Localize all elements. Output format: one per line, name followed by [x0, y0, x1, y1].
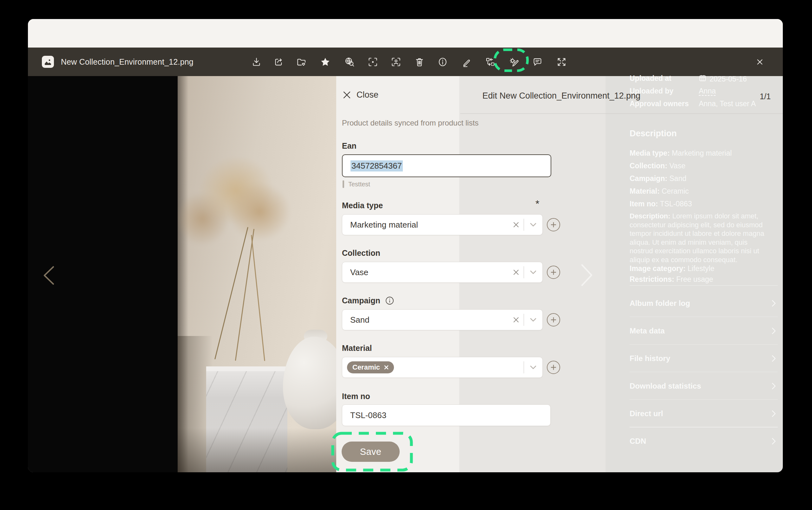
face-detection-icon[interactable]: [387, 53, 405, 71]
close-label: Close: [356, 90, 378, 100]
save-button[interactable]: Save: [342, 442, 400, 462]
image-file-icon: [42, 56, 54, 68]
item-no-label: Item no: [342, 392, 370, 401]
clear-icon[interactable]: [509, 317, 524, 323]
item-no-input[interactable]: TSL-0863: [342, 404, 551, 426]
campaign-label: Campaign: [342, 296, 394, 305]
chevron-down-icon[interactable]: [524, 220, 542, 229]
meta-row-uploaded-at: Uploaded at 2025-05-16: [630, 74, 779, 84]
visual-search-icon[interactable]: [340, 53, 358, 71]
accordion-meta-data[interactable]: Meta data: [630, 326, 778, 336]
detail-row: Media type Marketing material: [630, 149, 732, 157]
clear-icon[interactable]: [509, 269, 524, 275]
detail-row: Image category Lifestyle: [630, 264, 714, 273]
chevron-right-icon: [770, 327, 778, 335]
calendar-icon: [699, 74, 706, 84]
window-top-strip: [28, 19, 783, 48]
edit-product-details-icon[interactable]: [505, 53, 523, 71]
sidebar-divider: [630, 317, 778, 317]
clear-icon[interactable]: [509, 221, 524, 228]
screen: New Collection_Environment_12.png: [0, 0, 812, 510]
asset-filename: New Collection_Environment_12.png: [61, 48, 194, 76]
replace-version-icon[interactable]: [481, 53, 499, 71]
media-type-label: Media type: [342, 201, 383, 210]
chevron-right-icon: [770, 382, 778, 390]
share-icon[interactable]: [270, 53, 287, 71]
accordion-cdn[interactable]: CDN: [630, 436, 778, 447]
detail-row: Material Ceramic: [630, 187, 689, 196]
remove-tag-icon: [384, 365, 388, 369]
detail-row: Restrictions Free usage: [630, 275, 713, 284]
sidebar-divider: [630, 344, 778, 344]
chevron-right-icon: [770, 437, 778, 445]
sidebar-divider: [630, 372, 778, 372]
chevron-down-icon[interactable]: [524, 268, 542, 276]
accordion-direct-url[interactable]: Direct url: [630, 408, 778, 419]
image-viewer: [28, 76, 336, 472]
campaign-select[interactable]: Sand: [342, 309, 543, 330]
ean-input[interactable]: 34572854367: [342, 154, 551, 177]
accordion-download-statistics[interactable]: Download statistics: [630, 381, 778, 391]
ean-value-selected: 34572854367: [350, 160, 403, 172]
asset-toolbar: New Collection_Environment_12.png: [28, 48, 783, 76]
campaign-add-button[interactable]: [547, 313, 560, 327]
chevron-right-icon: [770, 354, 778, 363]
material-label: Material: [342, 343, 372, 353]
asset-photo: [178, 76, 336, 472]
collection-add-button[interactable]: [547, 266, 560, 279]
description-section-title: Description: [630, 129, 677, 139]
uploader-link: Anna: [699, 87, 716, 95]
chevron-down-icon[interactable]: [524, 316, 542, 324]
previous-asset-button[interactable]: [41, 265, 56, 286]
accordion-file-history[interactable]: File history: [630, 353, 778, 364]
close-icon: [343, 91, 351, 99]
ean-label: Ean: [342, 141, 356, 151]
sidebar-divider: [630, 427, 778, 427]
accordion-album-folder-log[interactable]: Album folder log: [630, 298, 778, 309]
chevron-right-icon: [770, 299, 778, 307]
fullscreen-icon[interactable]: [553, 53, 570, 71]
collection-label: Collection: [342, 248, 380, 258]
favorite-star-icon[interactable]: [316, 53, 334, 71]
download-icon[interactable]: [248, 53, 265, 71]
add-to-folder-icon[interactable]: [292, 53, 310, 71]
required-marker: *: [535, 198, 539, 210]
app-window: New Collection_Environment_12.png: [28, 19, 783, 472]
description-paragraph: Description Lorem ipsum dolor sit amet, …: [630, 212, 766, 264]
collection-select[interactable]: Vase: [342, 262, 543, 283]
media-type-select[interactable]: Marketing material: [342, 214, 543, 235]
close-edit-panel-button[interactable]: Close: [343, 90, 378, 100]
delete-trash-icon[interactable]: [410, 53, 428, 71]
material-tag-chip[interactable]: Ceramic: [347, 361, 394, 373]
campaign-info-icon[interactable]: [385, 296, 394, 305]
material-multiselect[interactable]: Ceramic: [342, 357, 543, 378]
material-add-button[interactable]: [547, 361, 560, 374]
meta-row-approval-owners: Approval owners Anna, Test user A: [630, 99, 779, 108]
ean-hint: Testtest: [343, 180, 370, 188]
next-asset-button-disabled: [579, 263, 595, 287]
header-divider: [460, 114, 783, 114]
comments-icon[interactable]: [528, 53, 546, 71]
media-type-add-button[interactable]: [547, 218, 560, 231]
detail-row: Collection Vase: [630, 162, 686, 170]
meta-row-uploaded-by: Uploaded by Anna: [630, 87, 779, 95]
form-subtitle: Product details synced from product list…: [342, 119, 478, 127]
sidebar-divider: [630, 285, 778, 286]
info-icon[interactable]: [434, 53, 452, 71]
chevron-down-icon[interactable]: [524, 363, 542, 371]
close-viewer-icon[interactable]: [751, 53, 768, 71]
content-area: Close Edit New Collection_Environment_12…: [28, 76, 783, 472]
sidebar-divider: [630, 399, 778, 400]
focus-point-icon[interactable]: [364, 53, 382, 71]
detail-row: Campaign Sand: [630, 174, 687, 183]
annotate-pencil-icon[interactable]: [457, 53, 475, 71]
detail-row: Item no TSL-0863: [630, 200, 692, 208]
chevron-right-icon: [770, 410, 778, 418]
